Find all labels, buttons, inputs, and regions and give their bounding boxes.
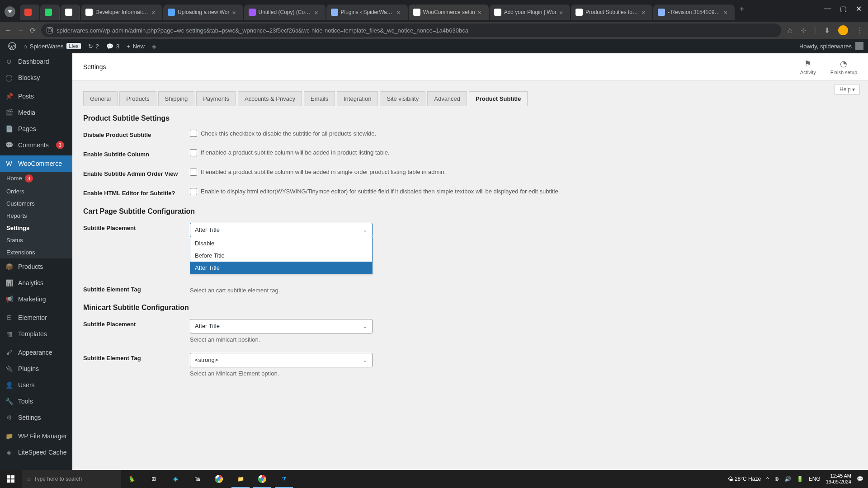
- tab-advanced[interactable]: Advanced: [427, 91, 467, 106]
- back-button[interactable]: ←: [5, 26, 12, 34]
- comments-link[interactable]: 💬 3: [103, 39, 123, 53]
- howdy-text[interactable]: Howdy, spiderwares: [799, 43, 852, 50]
- dropdown-option[interactable]: After Title: [190, 262, 372, 274]
- sidebar-subitem-status[interactable]: Status: [0, 234, 72, 246]
- browser-tab[interactable]: [20, 5, 39, 20]
- checkbox-disable[interactable]: [190, 130, 197, 137]
- sidebar-item-marketing[interactable]: 📢Marketing: [0, 291, 72, 307]
- sidebar-item-templates[interactable]: ▦Templates: [0, 326, 72, 342]
- select-cart-placement[interactable]: After Title ⌄: [190, 223, 373, 237]
- site-link[interactable]: ⌂ SpiderWares Live: [20, 39, 85, 53]
- tab-close-icon[interactable]: ×: [478, 9, 484, 15]
- browser-tab[interactable]: Add your Plugin | Wor×: [490, 5, 570, 20]
- select-mini-tag[interactable]: <strong> ⌄: [190, 353, 373, 367]
- taskbar-search[interactable]: ⌕ Type here to search: [22, 470, 121, 488]
- tab-site-visibility[interactable]: Site visibility: [380, 91, 425, 106]
- sidebar-item-pages[interactable]: 📄Pages: [0, 121, 72, 137]
- sidebar-item-litespeed-cache[interactable]: ◈LiteSpeed Cache: [0, 444, 72, 460]
- vscode-icon[interactable]: ⧩: [273, 470, 295, 488]
- checkbox-adminorder[interactable]: [190, 169, 197, 176]
- extensions-icon[interactable]: ⟡: [801, 26, 806, 34]
- sidebar-item-tools[interactable]: 🔧Tools: [0, 393, 72, 409]
- tab-close-icon[interactable]: ×: [315, 9, 321, 15]
- sidebar-item-dashboard[interactable]: ⊙Dashboard: [0, 53, 72, 70]
- task-view-icon[interactable]: ⊞: [143, 470, 165, 488]
- tab-shipping[interactable]: Shipping: [158, 91, 195, 106]
- browser-tab[interactable]: [40, 5, 60, 20]
- maximize-icon[interactable]: ▢: [840, 5, 847, 13]
- volume-icon[interactable]: 🔊: [784, 476, 791, 482]
- dropdown-option[interactable]: Before Title: [190, 249, 372, 262]
- browser-tab[interactable]: Product Subtitles for V×: [571, 5, 652, 20]
- checkbox-column[interactable]: [190, 149, 197, 156]
- tab-products[interactable]: Products: [119, 91, 156, 106]
- cortana-icon[interactable]: 🦜: [121, 476, 143, 482]
- clock[interactable]: 12:45 AM 19-09-2024: [826, 473, 851, 485]
- site-info-icon[interactable]: [47, 27, 53, 33]
- dropdown-option[interactable]: Disable: [190, 237, 372, 249]
- tab-accounts-privacy[interactable]: Accounts & Privacy: [238, 91, 302, 106]
- updates-link[interactable]: ↻ 2: [85, 39, 103, 53]
- sidebar-item-plugins[interactable]: 🔌Plugins: [0, 361, 72, 377]
- tab-close-icon[interactable]: ×: [151, 9, 158, 15]
- sidebar-subitem-customers[interactable]: Customers: [0, 197, 72, 210]
- activity-button[interactable]: ⚑ Activity: [800, 59, 816, 75]
- sidebar-item-elementor[interactable]: EElementor: [0, 310, 72, 326]
- sidebar-item-products[interactable]: 📦Products: [0, 258, 72, 275]
- browser-menu-icon[interactable]: ⋮: [856, 26, 863, 35]
- browser-tab[interactable]: Untitled (Copy) (Copy)×: [244, 5, 326, 20]
- tab-close-icon[interactable]: ×: [724, 9, 730, 15]
- new-link[interactable]: + New: [123, 39, 148, 53]
- tab-general[interactable]: General: [83, 91, 118, 106]
- forward-button[interactable]: →: [17, 26, 24, 34]
- sidebar-item-analytics[interactable]: 📊Analytics: [0, 275, 72, 291]
- edge-icon[interactable]: ◉: [165, 470, 186, 488]
- tab-close-icon[interactable]: ×: [232, 9, 239, 15]
- sidebar-item-media[interactable]: 🎬Media: [0, 104, 72, 121]
- browser-tab[interactable]: Developer Information×: [81, 5, 162, 20]
- tab-close-icon[interactable]: ×: [642, 9, 648, 15]
- sidebar-subitem-extensions[interactable]: Extensions: [0, 246, 72, 258]
- checkbox-html[interactable]: [190, 188, 197, 195]
- sidebar-subitem-orders[interactable]: Orders: [0, 185, 72, 197]
- browser-tab[interactable]: Plugins ‹ SpiderWares×: [326, 5, 408, 20]
- tray-chevron-icon[interactable]: ^: [766, 476, 769, 482]
- tab-payments[interactable]: Payments: [196, 91, 236, 106]
- explorer-icon[interactable]: 📁: [230, 470, 251, 488]
- sidebar-item-comments[interactable]: 💬Comments3: [0, 137, 72, 153]
- new-tab-button[interactable]: +: [736, 5, 748, 14]
- avatar[interactable]: [855, 42, 863, 50]
- profile-icon[interactable]: [5, 6, 15, 17]
- profile-avatar-icon[interactable]: [838, 25, 848, 35]
- browser-tab[interactable]: Uploading a new Wor×: [163, 5, 243, 20]
- chrome-active-icon[interactable]: [251, 470, 273, 488]
- sidebar-item-blocksy[interactable]: ◯Blocksy: [0, 70, 72, 86]
- reload-button[interactable]: ⟳: [30, 26, 36, 35]
- minimize-icon[interactable]: —: [824, 5, 831, 13]
- sidebar-item-wp-file-manager[interactable]: 📁WP File Manager: [0, 428, 72, 444]
- help-button[interactable]: Help ▾: [835, 84, 860, 95]
- notifications-icon[interactable]: 💬: [857, 476, 863, 482]
- browser-tab[interactable]: WooCommerce settin×: [409, 5, 489, 20]
- weather-widget[interactable]: 🌤 28°C Haze: [728, 476, 761, 482]
- battery-icon[interactable]: 🔋: [797, 476, 803, 482]
- wifi-icon[interactable]: ⊚: [774, 476, 779, 482]
- chrome-icon[interactable]: [208, 470, 230, 488]
- tab-emails[interactable]: Emails: [304, 91, 335, 106]
- sidebar-subitem-home[interactable]: Home3: [0, 172, 72, 185]
- tab-close-icon[interactable]: ×: [397, 9, 403, 15]
- sidebar-item-appearance[interactable]: 🖌Appearance: [0, 344, 72, 361]
- url-bar[interactable]: spiderwares.com/wp-admin/admin.php?page=…: [41, 23, 781, 37]
- close-icon[interactable]: ✕: [856, 5, 862, 13]
- finish-setup-button[interactable]: ◔ Finish setup: [830, 59, 857, 75]
- sidebar-subitem-reports[interactable]: Reports: [0, 210, 72, 222]
- store-icon[interactable]: 🛍: [186, 470, 208, 488]
- wp-logo-icon[interactable]: [5, 39, 20, 53]
- start-button[interactable]: [0, 470, 22, 488]
- language-indicator[interactable]: ENG: [809, 476, 821, 482]
- tab-product-subtitle[interactable]: Product Subtitle: [469, 91, 528, 106]
- sidebar-item-woocommerce[interactable]: WWooCommerce: [0, 155, 72, 172]
- select-mini-placement[interactable]: After Title ⌄: [190, 319, 373, 333]
- tab-close-icon[interactable]: ×: [559, 9, 566, 15]
- downloads-icon[interactable]: ⬇: [824, 26, 830, 35]
